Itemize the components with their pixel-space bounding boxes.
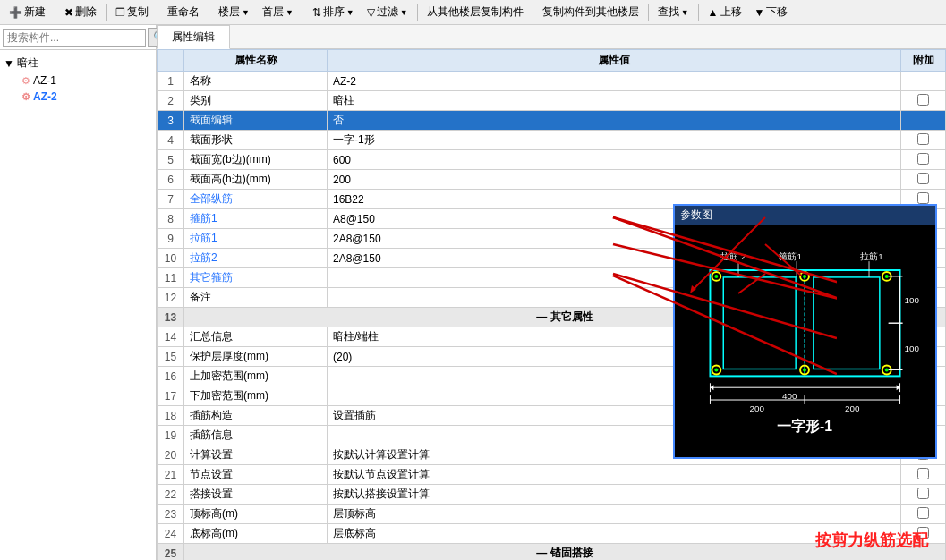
search-input[interactable] — [3, 29, 146, 47]
prop-addon[interactable] — [901, 72, 946, 91]
prop-addon[interactable] — [901, 131, 946, 150]
svg-text:一字形-1: 一字形-1 — [777, 418, 832, 434]
prop-name: 类别 — [184, 91, 328, 111]
prop-name: 全部纵筋 — [184, 190, 328, 209]
prop-addon[interactable] — [901, 485, 946, 505]
table-row[interactable]: 4截面形状一字-1形 — [158, 131, 946, 150]
prop-addon[interactable] — [901, 505, 946, 524]
dropdown-arrow-filter: ▼ — [400, 8, 408, 17]
row-num: 1 — [158, 72, 184, 91]
tab-bar: 属性编辑 — [157, 25, 946, 49]
main-layout: 🔍 ▼ 暗柱 ⚙ AZ-1 ⚙ AZ-2 属性编辑 — [0, 25, 946, 560]
row-num: 18 — [158, 406, 184, 426]
dropdown-arrow-floor: ▼ — [242, 8, 250, 17]
table-row[interactable]: 1名称AZ-2 — [158, 72, 946, 91]
sep5 — [303, 4, 303, 21]
addon-checkbox[interactable] — [917, 192, 929, 204]
new-button[interactable]: ➕ 新建 — [4, 2, 51, 22]
filter-button[interactable]: ▽ 过滤 ▼ — [362, 2, 413, 22]
sep4 — [209, 4, 209, 21]
filter-icon: ▽ — [367, 6, 375, 19]
tree-root-anchu[interactable]: ▼ 暗柱 — [4, 54, 152, 72]
svg-text:拉筋1: 拉筋1 — [860, 251, 882, 261]
svg-text:拉筋 2: 拉筋 2 — [720, 251, 746, 261]
svg-text:100: 100 — [904, 344, 919, 353]
table-row[interactable]: 24底标高(m)层底标高 — [158, 524, 946, 544]
tab-prop-edit-label: 属性编辑 — [172, 30, 215, 43]
addon-checkbox[interactable] — [917, 527, 929, 539]
prop-addon[interactable] — [901, 150, 946, 170]
sort-label: 排序 — [323, 4, 345, 20]
table-row[interactable]: 21节点设置按默认节点设置计算 — [158, 465, 946, 485]
rename-button[interactable]: 重命名 — [162, 2, 205, 22]
svg-point-10 — [885, 369, 889, 372]
sort-icon: ⇅ — [312, 6, 321, 19]
table-row[interactable]: 22搭接设置按默认搭接设置计算 — [158, 485, 946, 505]
new-label: 新建 — [24, 4, 46, 20]
copy-label: 复制 — [127, 4, 149, 20]
node-icon-az2: ⚙ — [21, 91, 30, 103]
copy-from-button[interactable]: 从其他楼层复制构件 — [422, 2, 529, 22]
floor-label: 楼层 — [218, 4, 240, 20]
row-num: 20 — [158, 445, 184, 465]
svg-text:200: 200 — [845, 403, 860, 413]
tree-expand-icon: ▼ — [4, 57, 14, 70]
param-diagram: 100 100 400 — [675, 225, 935, 448]
col-header-value: 属性值 — [328, 50, 901, 72]
table-row[interactable]: 25— 锚固搭接 — [158, 544, 946, 561]
row-num: 11 — [158, 268, 184, 288]
copy-to-button[interactable]: 复制构件到其他楼层 — [537, 2, 644, 22]
table-row[interactable]: 23顶标高(m)层顶标高 — [158, 505, 946, 524]
table-row[interactable]: 5截面宽(b边)(mm)600 — [158, 150, 946, 170]
addon-checkbox[interactable] — [917, 133, 929, 145]
prop-name: 拉筋1 — [184, 229, 328, 249]
row-num: 16 — [158, 367, 184, 386]
svg-text:200: 200 — [750, 403, 765, 413]
table-row[interactable]: 6截面高(h边)(mm)200 — [158, 170, 946, 190]
col-header-addon: 附加 — [901, 50, 946, 72]
addon-checkbox[interactable] — [917, 173, 929, 184]
table-row[interactable]: 3截面编辑否 — [158, 111, 946, 131]
tree-node-az2[interactable]: ⚙ AZ-2 — [4, 89, 152, 105]
prop-addon[interactable] — [901, 524, 946, 544]
table-row[interactable]: 2类别暗柱 — [158, 91, 946, 111]
svg-point-8 — [714, 369, 718, 372]
copy-button[interactable]: ❐ 复制 — [110, 2, 154, 22]
sort-button[interactable]: ⇅ 排序 ▼ — [307, 2, 360, 22]
prop-addon[interactable] — [901, 465, 946, 485]
prop-addon[interactable] — [901, 91, 946, 111]
prop-value: 层底标高 — [328, 524, 901, 544]
tab-prop-edit[interactable]: 属性编辑 — [157, 25, 230, 49]
sep1 — [55, 4, 55, 21]
dropdown-arrow-sort: ▼ — [346, 8, 354, 17]
prop-addon[interactable] — [901, 170, 946, 190]
prop-addon[interactable] — [901, 111, 946, 131]
addon-checkbox[interactable] — [917, 507, 929, 519]
floor-button[interactable]: 楼层 ▼ — [213, 2, 255, 22]
filter-label: 过滤 — [377, 4, 398, 20]
dropdown-arrow-query: ▼ — [681, 8, 689, 17]
addon-checkbox[interactable] — [917, 468, 929, 479]
component-tree: ▼ 暗柱 ⚙ AZ-1 ⚙ AZ-2 — [0, 50, 156, 560]
svg-text:箍筋1: 箍筋1 — [779, 251, 801, 261]
prop-value: 暗柱 — [328, 91, 901, 111]
first-floor-button[interactable]: 首层 ▼ — [257, 2, 299, 22]
row-num: 4 — [158, 131, 184, 150]
query-button[interactable]: 查找 ▼ — [652, 2, 695, 22]
row-num: 23 — [158, 505, 184, 524]
node-icon-az1: ⚙ — [21, 75, 30, 87]
addon-checkbox[interactable] — [917, 153, 929, 165]
up-icon: ▲ — [708, 6, 719, 19]
prop-name: 底标高(m) — [184, 524, 328, 544]
prop-name: 汇总信息 — [184, 327, 328, 347]
tree-node-az1[interactable]: ⚙ AZ-1 — [4, 72, 152, 89]
delete-button[interactable]: ✖ 删除 — [59, 2, 102, 22]
down-button[interactable]: ▼ 下移 — [749, 2, 794, 22]
addon-checkbox[interactable] — [917, 488, 929, 499]
prop-value: AZ-2 — [328, 72, 901, 91]
up-button[interactable]: ▲ 上移 — [703, 2, 747, 22]
row-num: 19 — [158, 426, 184, 445]
prop-name: 其它箍筋 — [184, 268, 328, 288]
addon-checkbox[interactable] — [917, 94, 929, 106]
prop-value: 200 — [328, 170, 901, 190]
